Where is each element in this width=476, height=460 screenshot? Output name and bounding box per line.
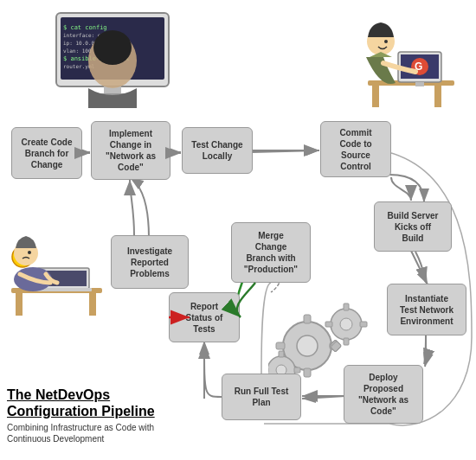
svg-point-55 bbox=[340, 318, 352, 330]
box-run-full-test: Run Full TestPlan bbox=[222, 374, 301, 420]
svg-point-32 bbox=[384, 40, 388, 43]
svg-rect-24 bbox=[372, 86, 379, 107]
svg-rect-46 bbox=[304, 315, 311, 323]
svg-rect-57 bbox=[344, 338, 349, 345]
svg-rect-25 bbox=[434, 86, 441, 107]
diagram-container: $ cat config interface: eth0 ip: 10.0.0.… bbox=[0, 0, 476, 460]
box-commit-code: CommitCode toSourceControl bbox=[320, 121, 391, 177]
git-worker-illustration: G bbox=[351, 7, 463, 111]
title-area: The NetDevOps Configuration Pipeline Com… bbox=[7, 387, 176, 444]
svg-rect-34 bbox=[16, 293, 23, 316]
svg-rect-30 bbox=[415, 82, 424, 86]
svg-rect-35 bbox=[89, 293, 96, 316]
box-create-branch: Create Code Branch for Change bbox=[11, 127, 82, 179]
svg-rect-49 bbox=[276, 342, 285, 349]
svg-text:$ cat config: $ cat config bbox=[63, 24, 107, 31]
box-investigate: InvestigateReportedProblems bbox=[111, 235, 189, 289]
svg-rect-62 bbox=[279, 351, 284, 357]
title-main: The NetDevOps Configuration Pipeline bbox=[7, 387, 176, 419]
box-instantiate-test: InstantiateTest NetworkEnvironment bbox=[387, 284, 466, 335]
svg-line-5 bbox=[251, 150, 319, 152]
svg-point-42 bbox=[28, 251, 31, 254]
svg-text:vlan: 100: vlan: 100 bbox=[63, 48, 92, 54]
developer-terminal-illustration: $ cat config interface: eth0 ip: 10.0.0.… bbox=[48, 9, 177, 108]
box-build-server: Build ServerKicks offBuild bbox=[374, 201, 452, 252]
title-sub: Combining Infrastructure as Code with Co… bbox=[7, 422, 176, 444]
svg-point-45 bbox=[297, 335, 318, 356]
box-report-status: ReportStatus ofTests bbox=[169, 292, 240, 342]
box-test-change: Test Change Locally bbox=[182, 127, 253, 174]
svg-rect-56 bbox=[344, 303, 349, 310]
svg-line-6 bbox=[411, 251, 428, 284]
stressed-worker-illustration: ! bbox=[7, 220, 106, 316]
svg-rect-58 bbox=[360, 322, 367, 327]
svg-line-7 bbox=[302, 396, 345, 399]
svg-rect-59 bbox=[325, 322, 332, 327]
svg-point-22 bbox=[93, 30, 132, 65]
box-deploy-proposed: DeployProposed"Network asCode" bbox=[344, 365, 423, 424]
svg-rect-64 bbox=[294, 367, 300, 373]
svg-rect-47 bbox=[304, 368, 311, 377]
box-merge-change: MergeChangeBranch with"Production" bbox=[231, 222, 311, 283]
box-implement-change: ImplementChange in"Network asCode" bbox=[91, 121, 170, 180]
